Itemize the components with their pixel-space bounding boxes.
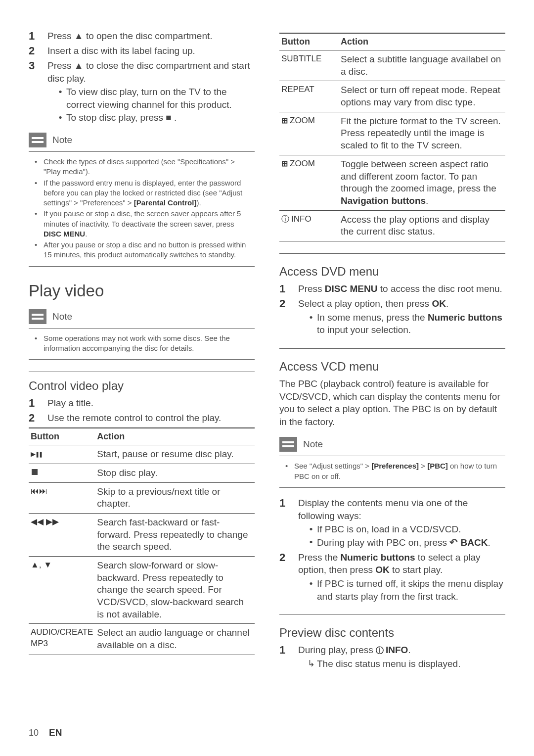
heading-access-dvd: Access DVD menu (279, 265, 505, 279)
table-row: ZOOM Toggle between screen aspect ratio … (279, 155, 505, 210)
page-footer: 10 EN (29, 727, 62, 738)
step-number: 2 (279, 551, 298, 603)
sub-bullet-text: In some menus, press the Numeric buttons… (317, 311, 505, 336)
action-text: Select an audio language or channel avai… (95, 624, 255, 655)
sub-bullet-text: To view disc play, turn on the TV to the… (66, 86, 255, 111)
action-text: Skip to a previous/next title or chapter… (95, 482, 255, 513)
vcd-intro: The PBC (playback control) feature is av… (279, 378, 505, 428)
note-icon (29, 309, 46, 324)
sub-bullet-text: If PBC is turned off, it skips the menu … (317, 577, 505, 603)
left-column: 1 Press ▲ to open the disc compartment. … (29, 30, 255, 672)
note-title: Note (52, 135, 72, 145)
table-row: ▲, ▼ Search slow-forward or slow-backwar… (29, 557, 255, 624)
action-text: Stop disc play. (95, 464, 255, 482)
button-audio-create-mp3: AUDIO/CREATE MP3 (29, 624, 95, 655)
preview-steps: 1 During play, press INFO. ↳The disc sta… (279, 644, 505, 670)
col-action: Action (95, 428, 255, 445)
note-box: Note •Check the types of discs supported… (29, 133, 255, 267)
table-row: ZOOM Fit the picture format to the TV sc… (279, 112, 505, 155)
arrow-icon: ↳ (305, 658, 317, 670)
zoom-icon (281, 116, 290, 125)
dvd-steps: 1 Press DISC MENU to access the disc roo… (279, 283, 505, 336)
table-row: INFO Access the play options and display… (279, 210, 505, 241)
action-text: Search fast-backward or fast-forward. Pr… (95, 513, 255, 556)
table-row: ⏮⏭ Skip to a previous/next title or chap… (29, 482, 255, 513)
note-item: Check the types of discs supported (see … (44, 157, 249, 177)
button-table-2: Button Action SUBTITLE Select a subtitle… (279, 33, 505, 241)
step-number: 3 (29, 59, 47, 124)
note-title: Note (52, 311, 72, 322)
stop-icon (32, 469, 38, 475)
right-column: Button Action SUBTITLE Select a subtitle… (279, 30, 505, 672)
note-item: If you pause or stop a disc, the screen … (44, 209, 249, 239)
sub-bullet-text: If PBC is on, load in a VCD/SVCD. (317, 523, 461, 536)
step-text: Press the Numeric buttons to select a pl… (298, 552, 481, 575)
note-item: After you pause or stop a disc and no bu… (44, 240, 249, 260)
play-pause-icon (31, 449, 42, 458)
table-row: ◀◀ ▶▶ Search fast-backward or fast-forwa… (29, 513, 255, 556)
action-text: Select or turn off repeat mode. Repeat o… (339, 81, 505, 112)
table-row: AUDIO/CREATE MP3 Select an audio languag… (29, 624, 255, 655)
action-text: Start, pause or resume disc play. (95, 445, 255, 464)
table-row: Stop disc play. (29, 464, 255, 482)
step-number: 1 (29, 30, 47, 43)
note-box: Note •See "Adjust settings" > [Preferenc… (279, 437, 505, 488)
info-icon (376, 645, 386, 655)
step-number: 1 (279, 644, 298, 670)
heading-preview-contents: Preview disc contents (279, 626, 505, 640)
step-text: Play a title. (47, 397, 255, 410)
disc-open-steps: 1 Press ▲ to open the disc compartment. … (29, 30, 255, 124)
step-number: 2 (29, 412, 47, 425)
note-item: See "Adjust settings" > [Preferences] > … (294, 461, 499, 481)
step-number: 1 (279, 497, 298, 549)
step-number: 1 (279, 283, 298, 295)
col-button: Button (29, 428, 95, 445)
heading-play-video: Play video (29, 282, 255, 300)
back-icon (449, 537, 458, 548)
step-text: Insert a disc with its label facing up. (47, 45, 255, 57)
step-number: 1 (29, 397, 47, 410)
step-text: Display the contents menu via one of the… (298, 498, 468, 521)
note-box: Note •Some operations may not work with … (29, 309, 255, 360)
prev-next-icon: ⏮⏭ (31, 486, 47, 496)
note-item: If the password entry menu is displayed,… (44, 178, 249, 208)
step-text: Press ▲ to open the disc compartment. (47, 30, 255, 43)
note-icon (279, 437, 297, 452)
table-row: Start, pause or resume disc play. (29, 445, 255, 464)
page-columns: 1 Press ▲ to open the disc compartment. … (29, 30, 505, 672)
step-number: 2 (29, 45, 47, 57)
sub-bullet-text: During play with PBC on, press BACK. (317, 536, 490, 549)
action-text: Select a subtitle language availabel on … (339, 50, 505, 81)
vcd-steps: 1 Display the contents menu via one of t… (279, 497, 505, 603)
note-icon (29, 133, 46, 147)
language-code: EN (49, 727, 62, 738)
step-text: During play, press INFO. (298, 645, 411, 655)
control-steps: 1 Play a title. 2 Use the remote control… (29, 397, 255, 425)
step-text: Press ▲ to close the disc compartment an… (47, 60, 250, 84)
info-icon (281, 214, 291, 224)
step-text: Press DISC MENU to access the disc root … (298, 283, 505, 295)
rew-ff-icon: ◀◀ ▶▶ (31, 517, 59, 526)
sub-bullet-text: The disc status menu is displayed. (317, 658, 460, 670)
table-row: REPEAT Select or turn off repeat mode. R… (279, 81, 505, 112)
button-subtitle: SUBTITLE (279, 50, 339, 81)
up-down-icon: ▲, ▼ (31, 560, 52, 569)
step-text: Select a play option, then press OK. (298, 298, 448, 309)
action-text: Fit the picture format to the TV screen.… (339, 112, 505, 155)
step-text: Use the remote control to control the pl… (47, 412, 255, 425)
note-title: Note (303, 439, 323, 450)
page-number: 10 (29, 728, 39, 738)
step-number: 2 (279, 297, 298, 336)
note-item: Some operations may not work with some d… (44, 333, 249, 354)
sub-bullet-text: To stop disc play, press ■ . (66, 111, 177, 124)
action-text: Toggle between screen aspect ratio and d… (339, 155, 505, 210)
zoom-icon (281, 159, 290, 168)
heading-access-vcd: Access VCD menu (279, 360, 505, 374)
col-action: Action (339, 33, 505, 50)
col-button: Button (279, 33, 339, 50)
control-table: Button Action Start, pause or resume dis… (29, 427, 255, 655)
table-row: SUBTITLE Select a subtitle language avai… (279, 50, 505, 81)
heading-control-video-play: Control video play (29, 372, 255, 393)
button-repeat: REPEAT (279, 81, 339, 112)
action-text: Access the play options and display the … (339, 210, 505, 241)
